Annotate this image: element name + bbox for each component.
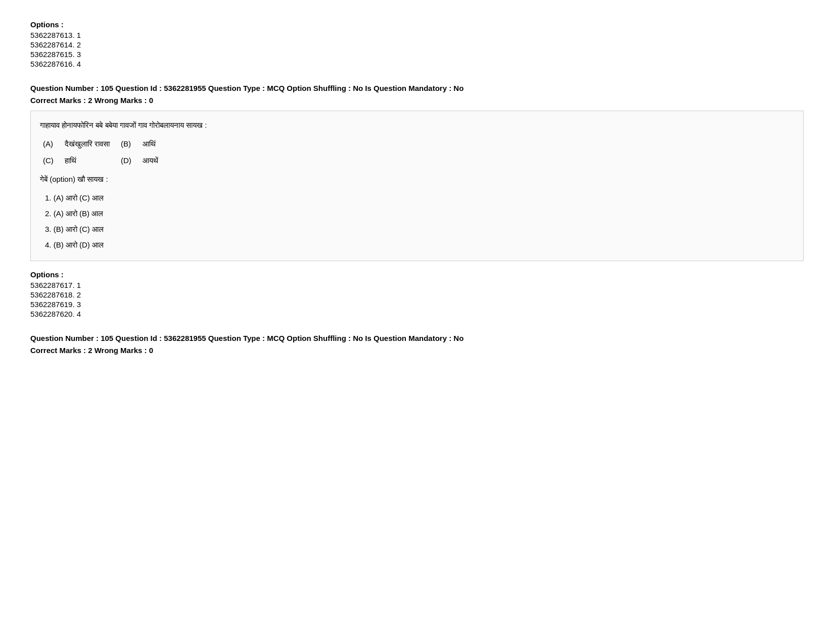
q105-option-num-3: 3 [77,300,81,309]
top-option-id-3: 5362287615 [30,50,72,59]
option-b-text: आथिं [141,136,166,152]
option-a-label: (A) [41,136,62,152]
question-105-options-section: Options : 5362287617. 1 5362287618. 2 53… [30,270,804,318]
question-105-second-header-line2: Correct Marks : 2 Wrong Marks : 0 [30,344,804,357]
answer-item-3: 3. (B) आरो (C) आल [45,222,794,236]
top-option-num-2: 2 [77,40,81,49]
top-options-label: Options : [30,20,804,29]
option-c-text: हाथिं [63,153,118,168]
q105-option-id-2: 5362287618 [30,290,72,299]
question-105-first-header-line2: Correct Marks : 2 Wrong Marks : 0 [30,94,804,107]
q105-option-num-2: 2 [77,290,81,299]
option-c-label: (C) [41,153,62,168]
top-options-section: Options : 5362287613. 1 5362287614. 2 53… [30,20,804,68]
question-105-options-label: Options : [30,270,804,279]
option-d-text: आयथें [141,153,166,168]
top-option-num-3: 3 [77,50,81,59]
question-105-first-box: गाहायाव होनायफोरिन बबे बबेया गावजों गाव … [30,111,804,261]
top-option-item-4: 5362287616. 4 [30,60,804,68]
q105-option-id-3: 5362287619 [30,300,72,309]
q105-option-item-4: 5362287620. 4 [30,310,804,318]
answer-item-2: 2. (A) आरो (B) आल [45,207,794,220]
top-option-item-1: 5362287613. 1 [30,31,804,39]
answer-item-4: 4. (B) आरो (D) आल [45,238,794,252]
q105-option-item-3: 5362287619. 3 [30,300,804,309]
question-105-options-table: (A) दैखंखुलारि रावसा (B) आथिं (C) हाथिं … [40,135,167,169]
option-d-label: (D) [119,153,140,168]
top-option-item-3: 5362287615. 3 [30,50,804,59]
top-option-id-1: 5362287613 [30,31,72,39]
question-105-second-header-line1: Question Number : 105 Question Id : 5362… [30,332,804,344]
q105-option-num-1: 1 [77,281,81,289]
top-option-num-1: 1 [77,31,81,39]
table-row-2: (C) हाथिं (D) आयथें [41,153,166,168]
top-option-id-4: 5362287616 [30,60,72,68]
answer-list: 1. (A) आरो (C) आल 2. (A) आरो (B) आल 3. (… [40,191,794,252]
q105-option-num-4: 4 [77,310,81,318]
option-a-text: दैखंखुलारि रावसा [63,136,118,152]
q105-option-id-4: 5362287620 [30,310,72,318]
option-b-label: (B) [119,136,140,152]
answer-item-1: 1. (A) आरो (C) आल [45,191,794,205]
question-105-first-header: Question Number : 105 Question Id : 5362… [30,82,804,107]
top-option-id-2: 5362287614 [30,40,72,49]
question-105-first-header-line1: Question Number : 105 Question Id : 5362… [30,82,804,94]
top-option-num-4: 4 [77,60,81,68]
match-label: गेबें (option) खौ सायख : [40,172,794,186]
question-105-text: गाहायाव होनायफोरिन बबे बबेया गावजों गाव … [40,118,794,132]
q105-option-id-1: 5362287617 [30,281,72,289]
q105-option-item-2: 5362287618. 2 [30,290,804,299]
top-option-item-2: 5362287614. 2 [30,40,804,49]
question-105-second-header: Question Number : 105 Question Id : 5362… [30,332,804,357]
q105-option-item-1: 5362287617. 1 [30,281,804,289]
table-row-1: (A) दैखंखुलारि रावसा (B) आथिं [41,136,166,152]
